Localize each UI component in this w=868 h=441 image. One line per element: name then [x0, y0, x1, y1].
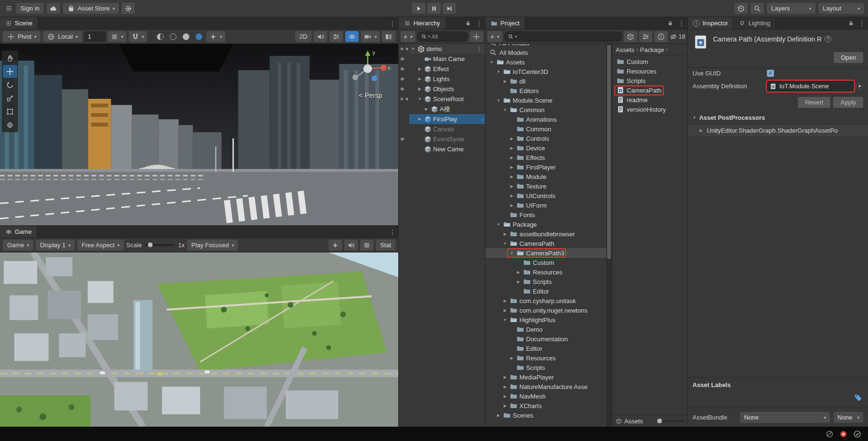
services-button[interactable]	[122, 3, 135, 14]
project-folder-resources[interactable]: ▶Resources	[486, 267, 606, 277]
foldout-arrow-icon[interactable]: ▶	[516, 280, 521, 284]
project-scrollbar[interactable]	[606, 44, 612, 427]
tab-scene[interactable]: Scene	[0, 17, 38, 29]
foldout-arrow-icon[interactable]: ▼	[410, 47, 416, 51]
assetbundle-dropdown[interactable]: None▾	[740, 412, 830, 423]
project-folder-scripts[interactable]: Scripts	[486, 363, 606, 372]
transform-tool-button[interactable]	[3, 118, 17, 131]
use-guid-checkbox[interactable]: ✓	[767, 70, 774, 77]
foldout-arrow-icon[interactable]: ▶	[502, 404, 508, 408]
foldout-arrow-icon[interactable]: ▶	[502, 232, 508, 236]
postprocessor-item[interactable]: ▶UnityEditor.ShaderGraph.ShaderGraphAsse…	[688, 124, 868, 137]
project-folder-highlightplus[interactable]: ▼HighlightPlus	[486, 315, 606, 325]
foldout-arrow-icon[interactable]: ▶	[417, 117, 423, 121]
pause-button[interactable]	[427, 3, 441, 14]
eye-icon[interactable]	[400, 46, 404, 52]
project-folder-custom[interactable]: Custom	[486, 258, 606, 267]
scene-visibility-toggle[interactable]	[345, 31, 359, 42]
asset-store-button[interactable]: Asset Store▾	[63, 3, 119, 14]
game-viewport[interactable]	[0, 252, 398, 427]
foldout-arrow-icon[interactable]: ▶	[509, 165, 515, 169]
snap-settings-button[interactable]: ▾	[129, 31, 147, 42]
hierarchy-kebab-icon[interactable]: ⋮	[474, 17, 485, 29]
play-button[interactable]	[412, 3, 425, 14]
pick-icon[interactable]	[405, 46, 410, 52]
project-folder-animations[interactable]: Animations	[486, 115, 606, 124]
project-folder-module-scene[interactable]: ▼Module.Scene	[486, 95, 606, 105]
project-folder-assetbundlebrowser[interactable]: ▶assetbundlebrowser	[486, 229, 606, 239]
project-folder-mediaplayer[interactable]: ▶MediaPlayer	[486, 372, 606, 382]
layout-dropdown[interactable]: Layout▾	[818, 3, 864, 14]
eye-icon[interactable]	[400, 96, 404, 102]
foldout-arrow-icon[interactable]: ▶	[417, 67, 423, 71]
apply-button[interactable]: Apply	[833, 97, 863, 108]
assetbundle-variant-dropdown[interactable]: None▾	[834, 412, 863, 423]
scale-slider[interactable]	[145, 244, 175, 246]
project-folder-documentation[interactable]: Documentation	[486, 334, 606, 344]
scale-tool-button[interactable]	[3, 92, 17, 105]
2d-toggle[interactable]: 2D	[295, 31, 312, 42]
project-file-readme[interactable]: readme	[612, 95, 687, 105]
scene-lighting-toggle[interactable]	[168, 32, 178, 42]
move-tool-button[interactable]	[3, 65, 17, 78]
assembly-definition-field[interactable]: IoT.Module.Scene	[767, 81, 854, 92]
project-folder-fonts[interactable]: Fonts	[486, 210, 606, 220]
revert-button[interactable]: Revert	[798, 97, 830, 108]
eye-icon[interactable]	[400, 56, 405, 62]
open-button[interactable]: Open	[834, 52, 863, 63]
project-folder-iotcenter3d[interactable]: ▼IoTCenter3D	[486, 67, 606, 76]
foldout-arrow-icon[interactable]: ▼	[496, 98, 501, 103]
cloud-error-icon[interactable]	[839, 430, 847, 438]
breadcrumb-segment[interactable]: Package	[640, 46, 664, 53]
eye-icon[interactable]	[400, 76, 405, 82]
project-file-scripts[interactable]: Scripts	[612, 76, 687, 85]
foldout-arrow-icon[interactable]: ▶	[509, 156, 515, 160]
project-folder-assets[interactable]: ▼Assets	[486, 57, 606, 67]
game-mute-button[interactable]	[344, 240, 358, 251]
foldout-arrow-icon[interactable]: ▶	[509, 146, 515, 150]
scrollbar-thumb[interactable]	[607, 45, 611, 259]
foldout-arrow-icon[interactable]: ▼	[489, 60, 495, 64]
foldout-arrow-icon[interactable]: ▶	[509, 136, 515, 141]
inspector-lock-icon[interactable]	[845, 17, 857, 29]
favorite-all-prefabs[interactable]: All Prefabs	[486, 44, 606, 48]
eye-icon[interactable]	[400, 66, 405, 72]
project-folder-texture[interactable]: ▶Texture	[486, 181, 606, 191]
hand-tool-button[interactable]	[3, 52, 17, 64]
scene-menu-kebab-icon[interactable]: ⋮	[387, 17, 398, 29]
project-folder-device[interactable]: ▶Device	[486, 143, 606, 153]
hierarchy-item-effect[interactable]: ▶Effect	[399, 64, 485, 74]
cloud-button[interactable]	[47, 3, 60, 14]
project-folder-editor[interactable]: Editor	[486, 286, 606, 296]
hierarchy-item-lights[interactable]: ▶Lights	[399, 74, 485, 84]
foldout-arrow-icon[interactable]: ▶	[509, 175, 515, 179]
gizmo-settings-button[interactable]	[330, 31, 343, 42]
hierarchy-item-eventsyste[interactable]: EventSyste	[399, 134, 485, 144]
foldout-arrow-icon[interactable]: ▼	[502, 108, 508, 112]
game-target-dropdown[interactable]: Game▾	[3, 240, 33, 251]
network-off-icon[interactable]	[826, 430, 834, 438]
project-folder-com-unity-nuget-newtons[interactable]: ▶com.unity.nuget.newtons	[486, 305, 606, 315]
grid-visibility-dropdown[interactable]: ▾	[108, 31, 126, 42]
hierarchy-item-new-came[interactable]: New Came	[399, 144, 485, 154]
project-folder-xcharts[interactable]: ▶XCharts	[486, 401, 606, 410]
favorite-all-models[interactable]: All Models	[486, 48, 606, 57]
project-folder-resources[interactable]: ▶Resources	[486, 353, 606, 363]
foldout-arrow-icon[interactable]: ▶	[509, 356, 515, 360]
breadcrumb-segment[interactable]: Assets	[616, 46, 634, 53]
thumbnail-zoom-slider[interactable]	[657, 420, 684, 422]
asset-label-tag-icon[interactable]	[854, 393, 862, 402]
help-icon[interactable]: ?	[825, 36, 831, 42]
check-circle-icon[interactable]	[853, 430, 861, 438]
project-folder-editors[interactable]: Editors	[486, 86, 606, 95]
project-folder-editor[interactable]: Editor	[486, 344, 606, 353]
tab-project[interactable]: Project	[486, 17, 525, 29]
eye-icon[interactable]	[400, 136, 405, 142]
asset-postprocessors-foldout[interactable]: ▼ Asset PostProcessors	[688, 111, 868, 124]
foldout-arrow-icon[interactable]: ▶	[516, 270, 521, 274]
foldout-arrow-icon[interactable]: ▼	[496, 70, 501, 74]
play-focused-dropdown[interactable]: Play Focused▾	[187, 240, 238, 251]
handle-rotation-dropdown[interactable]: Local▾	[43, 31, 82, 42]
project-folder-firstplayer[interactable]: ▶FirstPlayer	[486, 162, 606, 172]
project-folder-camerapath[interactable]: ▼CameraPath	[486, 239, 606, 248]
